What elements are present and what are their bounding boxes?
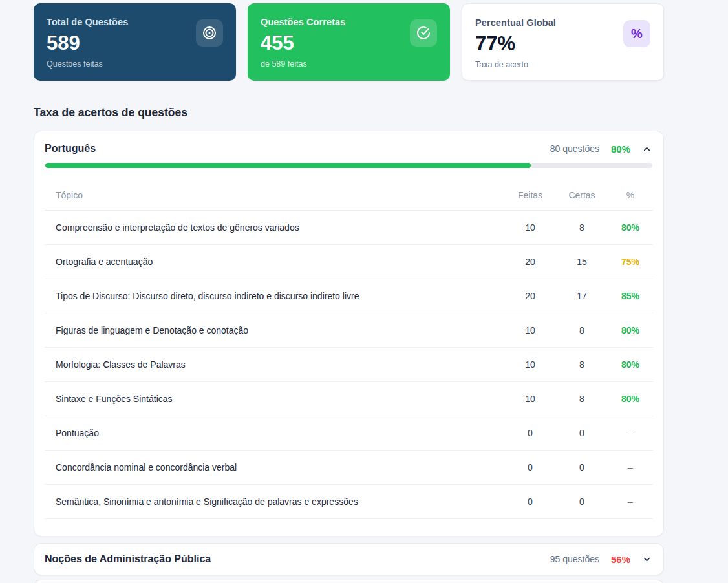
subject-name: Noções de Administração Pública (45, 553, 211, 565)
section-title: Taxa de acertos de questões (34, 106, 664, 120)
percent-value: 80% (608, 359, 653, 370)
done-count: 0 (504, 496, 556, 507)
topic-label: Tipos de Discurso: Discurso direto, disc… (45, 291, 504, 301)
done-count: 0 (504, 428, 556, 438)
percent-value: 85% (608, 291, 653, 301)
table-row: Tipos de Discurso: Discurso direto, disc… (45, 279, 653, 313)
col-header-topic: Tópico (45, 190, 504, 200)
check-circle-icon (410, 19, 437, 47)
table-row: Concordância nominal e concordância verb… (45, 450, 653, 485)
table-row: Morfologia: Classes de Palavras 10 8 80% (45, 348, 653, 382)
table-row: Pontuação 0 0 – (45, 416, 653, 450)
table-row: Compreensão e interpretação de textos de… (45, 211, 653, 245)
subject-header-portugues[interactable]: Português 80 questões 80% (34, 131, 663, 163)
percent-value: – (608, 496, 653, 507)
subject-question-count: 80 questões (550, 143, 599, 154)
subject-percent-badge: 56% (611, 554, 630, 565)
correct-questions-subtitle: de 589 feitas (261, 59, 437, 69)
topic-label: Semântica, Sinonímia e antonímia e Signi… (45, 496, 504, 507)
done-count: 10 (504, 394, 556, 404)
percent-value: 80% (608, 222, 653, 233)
subject-panel-portugues: Português 80 questões 80% Tópico Feitas … (34, 131, 664, 536)
subject-progress-bar (45, 163, 652, 168)
table-row: Figuras de linguagem e Denotação e conot… (45, 313, 653, 348)
percent-icon: % (623, 20, 650, 47)
col-header-correct: Certas (556, 190, 608, 200)
percent-value: 80% (608, 325, 653, 335)
subject-question-count: 95 questões (550, 554, 599, 564)
done-count: 0 (504, 462, 556, 472)
stats-cards-row: Total de Questões 589 Questões feitas Qu… (34, 0, 664, 81)
subject-progress-fill (45, 163, 531, 168)
subject-percent-badge: 80% (611, 143, 630, 154)
chevron-up-icon[interactable] (642, 144, 652, 154)
done-count: 10 (504, 359, 556, 370)
topics-table: Tópico Feitas Certas % Compreensão e int… (45, 180, 653, 519)
table-row: Sintaxe e Funções Sintáticas 10 8 80% (45, 382, 653, 416)
correct-count: 0 (556, 462, 608, 472)
topic-label: Figuras de linguagem e Denotação e conot… (45, 325, 504, 335)
topic-label: Morfologia: Classes de Palavras (45, 359, 504, 370)
topics-table-body: Compreensão e interpretação de textos de… (45, 211, 653, 519)
percent-value: 80% (608, 394, 653, 404)
table-row: Ortografia e acentuação 20 15 75% (45, 245, 653, 279)
correct-questions-card: Questões Corretas 455 de 589 feitas (248, 3, 450, 81)
col-header-done: Feitas (504, 190, 556, 200)
correct-count: 17 (556, 291, 608, 301)
done-count: 20 (504, 291, 556, 301)
subject-header-nocoes[interactable]: Noções de Administração Pública 95 quest… (34, 544, 663, 575)
correct-count: 0 (556, 428, 608, 438)
subject-panel-nocoes: Noções de Administração Pública 95 quest… (34, 543, 664, 575)
chevron-down-icon[interactable] (642, 555, 652, 564)
topic-label: Concordância nominal e concordância verb… (45, 462, 504, 472)
correct-count: 8 (556, 359, 608, 370)
correct-count: 8 (556, 325, 608, 335)
percent-value: – (608, 462, 653, 472)
percent-value: – (608, 428, 653, 438)
global-percent-subtitle: Taxa de acerto (475, 60, 650, 69)
global-percent-card: Percentual Global 77% Taxa de acerto % (462, 3, 664, 81)
topics-table-header: Tópico Feitas Certas % (45, 180, 653, 211)
correct-count: 0 (556, 496, 608, 507)
correct-count: 8 (556, 394, 608, 404)
done-count: 20 (504, 257, 556, 267)
next-subject-panel-partial[interactable] (34, 580, 664, 583)
col-header-percent: % (608, 190, 653, 200)
topic-label: Sintaxe e Funções Sintáticas (45, 394, 504, 404)
target-icon (196, 19, 223, 47)
done-count: 10 (504, 325, 556, 335)
total-questions-card: Total de Questões 589 Questões feitas (34, 3, 236, 81)
correct-count: 15 (556, 257, 608, 267)
done-count: 10 (504, 222, 556, 233)
subject-name: Português (45, 143, 96, 154)
dashboard: Total de Questões 589 Questões feitas Qu… (34, 0, 664, 583)
topic-label: Compreensão e interpretação de textos de… (45, 222, 504, 233)
correct-count: 8 (556, 222, 608, 233)
topic-label: Ortografia e acentuação (45, 257, 504, 267)
percent-value: 75% (608, 257, 653, 267)
table-row: Semântica, Sinonímia e antonímia e Signi… (45, 485, 653, 519)
topic-label: Pontuação (45, 428, 504, 438)
total-questions-subtitle: Questões feitas (47, 59, 223, 69)
